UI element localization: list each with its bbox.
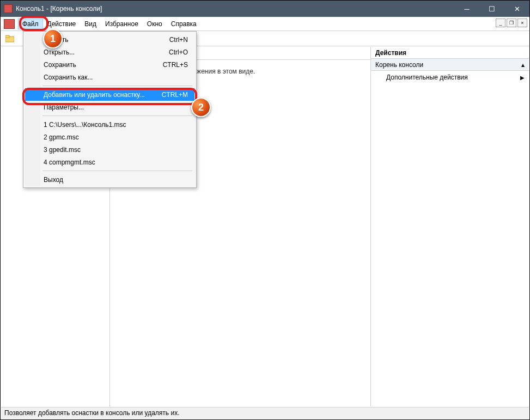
- menu-item-parameters[interactable]: Параметры...: [25, 101, 194, 113]
- mdi-close-button[interactable]: ×: [517, 19, 527, 27]
- callout-badge-1: 1: [43, 29, 63, 48]
- menubar-icon: [4, 19, 15, 29]
- menu-item-save-as[interactable]: Сохранить как...: [25, 71, 194, 83]
- menu-file[interactable]: Файл: [18, 19, 43, 29]
- actions-pane: Действия Корень консоли ▴ Дополнительные…: [371, 47, 529, 406]
- menubar: Файл Действие Вид Избранное Окно Справка…: [1, 17, 529, 31]
- svg-rect-1: [5, 35, 9, 38]
- menu-window[interactable]: Окно: [143, 19, 167, 29]
- menu-action[interactable]: Действие: [43, 19, 81, 29]
- menu-help[interactable]: Справка: [167, 19, 201, 29]
- toolbar-folder-icon[interactable]: [4, 33, 16, 45]
- actions-more-label: Дополнительные действия: [386, 74, 468, 81]
- file-menu-dropdown: Создать Ctrl+N Открыть... Ctrl+O Сохрани…: [23, 31, 197, 188]
- menu-item-recent-3[interactable]: 3 gpedit.msc: [25, 143, 194, 156]
- menu-item-save[interactable]: Сохранить CTRL+S: [25, 58, 194, 71]
- menu-view[interactable]: Вид: [80, 19, 101, 29]
- mdi-minimize-button[interactable]: _: [496, 19, 505, 27]
- actions-title: Действия: [371, 47, 529, 59]
- window-title: Консоль1 - [Корень консоли]: [16, 5, 454, 13]
- menu-favorites[interactable]: Избранное: [101, 19, 143, 29]
- chevron-right-icon: ▶: [520, 75, 525, 81]
- menu-item-recent-4[interactable]: 4 compmgmt.msc: [25, 156, 194, 168]
- minimize-button[interactable]: ─: [454, 1, 479, 17]
- maximize-button[interactable]: ☐: [479, 1, 504, 17]
- app-window: Консоль1 - [Корень консоли] ─ ☐ ✕ Файл Д…: [0, 0, 530, 420]
- statusbar: Позволяет добавлять оснастки в консоль и…: [1, 407, 529, 419]
- actions-group-root[interactable]: Корень консоли ▴: [371, 59, 529, 71]
- titlebar: Консоль1 - [Корень консоли] ─ ☐ ✕: [1, 1, 529, 17]
- menu-item-exit[interactable]: Выход: [25, 173, 194, 186]
- menu-item-add-remove-snapin[interactable]: Добавить или удалить оснастку... CTRL+M: [25, 88, 194, 101]
- actions-group-label: Корень консоли: [375, 61, 423, 69]
- menu-item-recent-1[interactable]: 1 C:\Users\...\Консоль1.msc: [25, 118, 194, 131]
- menu-separator: [42, 115, 192, 116]
- menu-separator: [42, 86, 192, 86]
- mdi-restore-button[interactable]: ❐: [507, 19, 516, 27]
- actions-more[interactable]: Дополнительные действия ▶: [371, 71, 529, 84]
- callout-badge-2: 2: [191, 98, 211, 117]
- collapse-icon: ▴: [521, 61, 525, 69]
- close-button[interactable]: ✕: [504, 1, 529, 17]
- menu-separator: [42, 171, 192, 171]
- menu-item-recent-2[interactable]: 2 gpmc.msc: [25, 131, 194, 143]
- app-icon: [4, 4, 13, 13]
